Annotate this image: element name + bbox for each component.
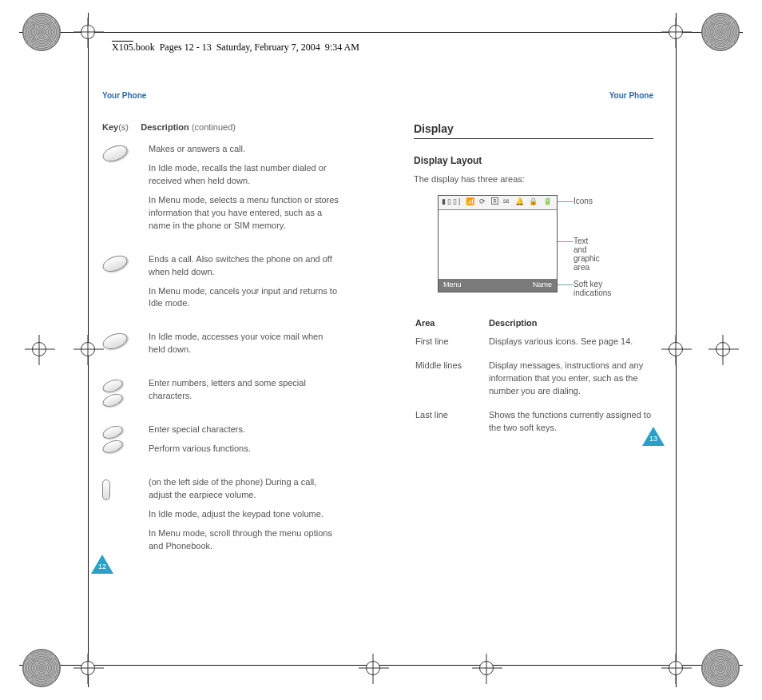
table-row: Middle lines Display messages, instructi… bbox=[415, 360, 652, 408]
page-number-left: 12 bbox=[91, 555, 113, 574]
key-table-header: Key(s) Description (continued) bbox=[102, 122, 342, 132]
crosshair-icon bbox=[669, 25, 683, 39]
body-text: The display has three areas: bbox=[414, 174, 653, 184]
registration-mark-icon bbox=[701, 649, 740, 687]
key-description-text: In Idle mode, recalls the last number di… bbox=[149, 162, 342, 188]
crosshair-icon bbox=[669, 342, 683, 356]
table-head-area: Area bbox=[415, 318, 487, 334]
softkey-left-label: Menu bbox=[443, 280, 462, 290]
key-description-text: (on the left side of the phone) During a… bbox=[149, 476, 342, 502]
key-row: Enter special characters. Perform variou… bbox=[102, 424, 342, 462]
crosshair-icon bbox=[479, 661, 494, 675]
key-description-text: In Menu mode, scroll through the menu op… bbox=[149, 527, 342, 553]
callout-icons: Icons bbox=[573, 197, 593, 205]
area-description-table: Area Description First line Displays var… bbox=[414, 316, 653, 446]
crosshair-icon bbox=[81, 342, 95, 356]
key-description-text: Makes or answers a call. bbox=[149, 143, 342, 156]
key-description-text: In Menu mode, selects a menu function or… bbox=[149, 194, 342, 233]
frame-top-line bbox=[19, 32, 743, 33]
volume-keys-icon bbox=[102, 476, 149, 559]
softkey-right-label: Name bbox=[533, 280, 552, 290]
numeric-keys-icon bbox=[102, 377, 149, 409]
crosshair-icon bbox=[716, 342, 730, 356]
page-number-right: 13 bbox=[642, 427, 665, 446]
table-row: First line Displays various icons. See p… bbox=[415, 336, 652, 358]
book-header: X105.book Pages 12 - 13 Saturday, Februa… bbox=[112, 42, 359, 54]
key-row: Enter numbers, letters and some special … bbox=[102, 377, 342, 409]
key-row: (on the left side of the phone) During a… bbox=[102, 476, 342, 559]
end-key-icon bbox=[102, 253, 149, 317]
key-description-text: In Menu mode, cancels your input and ret… bbox=[149, 285, 342, 311]
star-hash-keys-icon bbox=[102, 424, 149, 462]
one-key-icon bbox=[102, 331, 149, 363]
crosshair-icon bbox=[32, 342, 46, 356]
send-key-icon bbox=[102, 143, 149, 239]
key-row: In Idle mode, accesses your voice mail w… bbox=[102, 331, 342, 363]
registration-mark-icon bbox=[22, 13, 61, 51]
callout-middle: Text and graphic area bbox=[573, 237, 600, 272]
frame-bottom-line bbox=[19, 665, 743, 666]
screen-softkey-row: Menu Name bbox=[439, 279, 557, 292]
running-head-left: Your Phone bbox=[102, 91, 342, 100]
subsection-heading: Display Layout bbox=[414, 155, 653, 166]
crosshair-icon bbox=[366, 661, 380, 675]
screen-icon-row: ▮▯▯| 📶 ⟳ 🅁 ✉ 🔔 🔒 🔋 bbox=[439, 196, 557, 210]
crosshair-icon bbox=[669, 661, 683, 675]
key-row: Makes or answers a call. In Idle mode, r… bbox=[102, 143, 342, 239]
registration-mark-icon bbox=[22, 649, 61, 687]
key-description-text: Enter special characters. bbox=[149, 424, 342, 436]
book-name: X105 bbox=[112, 42, 133, 53]
crosshair-icon bbox=[81, 25, 95, 39]
screen-middle-area bbox=[439, 210, 557, 279]
key-row: Ends a call. Also switches the phone on … bbox=[102, 253, 342, 317]
page-left: Your Phone Key(s) Description (continued… bbox=[102, 91, 342, 574]
display-diagram: ▮▯▯| 📶 ⟳ 🅁 ✉ 🔔 🔒 🔋 Menu Name Icons Text … bbox=[438, 195, 653, 292]
crosshair-icon bbox=[81, 661, 95, 675]
callout-soft: Soft key indications bbox=[573, 280, 611, 297]
phone-screen-illustration: ▮▯▯| 📶 ⟳ 🅁 ✉ 🔔 🔒 🔋 Menu Name bbox=[438, 195, 558, 292]
key-description-text: In Idle mode, accesses your voice mail w… bbox=[149, 331, 342, 356]
table-head-desc: Description bbox=[489, 318, 652, 334]
page-right: Your Phone Display Display Layout The di… bbox=[414, 91, 653, 446]
key-description-text: Enter numbers, letters and some special … bbox=[149, 377, 342, 403]
key-description-text: Perform various functions. bbox=[149, 443, 342, 455]
section-heading: Display bbox=[414, 122, 653, 139]
key-description-text: In Idle mode, adjust the keypad tone vol… bbox=[149, 508, 342, 521]
table-row: Last line Shows the functions currently … bbox=[415, 409, 652, 444]
running-head-right: Your Phone bbox=[414, 91, 653, 100]
key-description-text: Ends a call. Also switches the phone on … bbox=[149, 253, 342, 279]
registration-mark-icon bbox=[701, 13, 740, 51]
